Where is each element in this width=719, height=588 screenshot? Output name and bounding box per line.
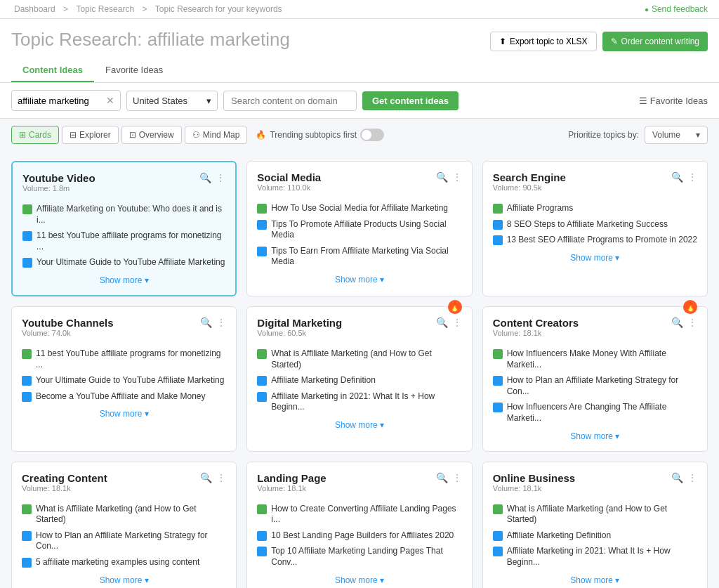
card-item: Top 10 Affiliate Marketing Landing Pages…: [257, 546, 461, 568]
search-icon[interactable]: 🔍: [199, 172, 211, 183]
keyword-input[interactable]: [18, 96, 102, 106]
more-options-icon[interactable]: ⋮: [216, 172, 225, 183]
tab-content-ideas[interactable]: Content Ideas: [11, 59, 94, 82]
show-more-button[interactable]: Show more ▾: [493, 431, 697, 441]
card-item: Affiliate Marketing on Youtube: Who does…: [22, 204, 225, 226]
more-options-icon[interactable]: ⋮: [216, 472, 226, 483]
export-button[interactable]: ⬆ Export topic to XLSX: [490, 32, 597, 51]
card-actions: 🔍 ⋮: [436, 171, 462, 183]
page-title-static: Topic Research:: [11, 29, 142, 50]
search-icon[interactable]: 🔍: [200, 472, 212, 483]
show-more-button[interactable]: Show more ▾: [493, 575, 697, 585]
clear-keyword-button[interactable]: ✕: [106, 95, 114, 106]
trending-toggle-label: 🔥 Trending subtopics first: [256, 129, 384, 141]
card-actions: 🔍 ⋮: [671, 472, 697, 483]
volume-select[interactable]: Volume ▾: [645, 126, 708, 144]
more-options-icon[interactable]: ⋮: [687, 472, 697, 483]
trending-toggle[interactable]: [360, 129, 384, 141]
show-more-button[interactable]: Show more ▾: [22, 275, 225, 285]
card-header: Online Business Volume: 18.1k 🔍 ⋮: [493, 472, 697, 501]
more-options-icon[interactable]: ⋮: [452, 472, 462, 483]
more-options-icon[interactable]: ⋮: [687, 317, 697, 328]
show-more-btn[interactable]: Show more ▾: [100, 275, 149, 285]
search-icon[interactable]: 🔍: [436, 317, 448, 328]
green-icon: [493, 504, 503, 514]
blue-icon: [257, 547, 267, 556]
view-bar: ⊞ Cards ⊟ Explorer ⊡ Overview ⚇ Mind Map…: [0, 119, 719, 151]
search-icon[interactable]: 🔍: [671, 472, 683, 483]
show-more-btn[interactable]: Show more ▾: [335, 275, 384, 285]
card-title: Youtube Video: [22, 172, 95, 184]
show-more-button[interactable]: Show more ▾: [257, 575, 461, 585]
blue-icon: [257, 376, 267, 386]
send-feedback-button[interactable]: Send feedback: [645, 4, 708, 14]
show-more-button[interactable]: Show more ▾: [22, 409, 226, 419]
show-more-btn[interactable]: Show more ▾: [335, 575, 384, 585]
show-more-btn[interactable]: Show more ▾: [570, 575, 619, 585]
order-content-button[interactable]: ✎ Order content writing: [602, 32, 708, 51]
more-options-icon[interactable]: ⋮: [216, 317, 226, 328]
more-options-icon[interactable]: ⋮: [452, 171, 462, 183]
show-more-btn[interactable]: Show more ▾: [570, 253, 619, 263]
card-item: How to Create Converting Affiliate Landi…: [257, 504, 461, 525]
card-actions: 🔍 ⋮: [436, 472, 462, 483]
card-title: Digital Marketing: [257, 317, 342, 329]
card-header: Content Creators Volume: 18.1k 🔍 ⋮: [493, 317, 697, 346]
view-overview-button[interactable]: ⊡ Overview: [121, 126, 182, 144]
blue-icon: [22, 258, 32, 268]
card-item: Your Ultimate Guide to YouTube Affiliate…: [22, 375, 226, 386]
export-icon: ⬆: [499, 37, 506, 46]
card-youtube-channels: Youtube Channels Volume: 74.0k 🔍 ⋮ 11 be…: [11, 306, 237, 452]
card-item: How Influencers Make Money With Affiliat…: [493, 348, 697, 370]
card-title: Online Business: [493, 472, 576, 484]
favorite-ideas-link[interactable]: ☰ Favorite Ideas: [639, 96, 708, 106]
card-item: Become a YouTube Affiliate and Make Mone…: [22, 391, 226, 403]
header-area: Topic Research: affiliate marketing ⬆ Ex…: [0, 19, 719, 83]
search-icon[interactable]: 🔍: [200, 317, 212, 328]
show-more-button[interactable]: Show more ▾: [22, 575, 226, 585]
show-more-btn[interactable]: Show more ▾: [335, 420, 384, 430]
green-icon: [22, 504, 32, 514]
breadcrumb-current: Topic Research for your keywords: [155, 4, 282, 14]
card-volume: Volume: 1.8m: [22, 184, 95, 192]
card-item: Affiliate Marketing Definition: [257, 375, 461, 386]
more-options-icon[interactable]: ⋮: [687, 171, 697, 183]
card-item: Affiliate Marketing in 2021: What It Is …: [257, 391, 461, 413]
show-more-button[interactable]: Show more ▾: [257, 420, 461, 430]
chevron-down-icon: ▾: [206, 96, 211, 106]
search-icon[interactable]: 🔍: [671, 317, 683, 328]
search-icon[interactable]: 🔍: [436, 472, 448, 483]
tab-favorite-ideas[interactable]: Favorite Ideas: [94, 59, 174, 82]
view-cards-button[interactable]: ⊞ Cards: [11, 126, 59, 144]
card-youtube-video: Youtube Video Volume: 1.8m 🔍 ⋮ Affiliate…: [11, 161, 237, 296]
blue-icon: [493, 547, 503, 556]
card-item: Tips To Promote Affiliate Products Using…: [257, 219, 461, 241]
keyword-input-wrapper: ✕: [11, 90, 121, 111]
domain-search-input[interactable]: [223, 91, 357, 111]
show-more-button[interactable]: Show more ▾: [257, 275, 461, 285]
show-more-btn[interactable]: Show more ▾: [100, 409, 149, 419]
card-item: Your Ultimate Guide to YouTube Affiliate…: [22, 257, 225, 268]
card-item: Affiliate Programs: [493, 203, 697, 214]
card-item: What is Affiliate Marketing (and How to …: [22, 504, 226, 525]
blue-icon: [22, 376, 32, 386]
card-item: What is Affiliate Marketing (and How to …: [257, 348, 461, 370]
country-select[interactable]: United States ▾: [126, 91, 218, 111]
get-content-ideas-button[interactable]: Get content ideas: [362, 91, 459, 110]
breadcrumb-topic-research[interactable]: Topic Research: [76, 4, 134, 14]
card-item: Affiliate Marketing Definition: [493, 530, 697, 542]
show-more-btn[interactable]: Show more ▾: [100, 575, 149, 585]
more-options-icon[interactable]: ⋮: [452, 317, 462, 328]
card-social-media: Social Media Volume: 110.0k 🔍 ⋮ How To U…: [246, 161, 472, 296]
search-icon[interactable]: 🔍: [436, 171, 448, 183]
chevron-down-icon: ▾: [696, 130, 700, 140]
view-explorer-button[interactable]: ⊟ Explorer: [62, 126, 119, 144]
view-mindmap-button[interactable]: ⚇ Mind Map: [185, 126, 248, 144]
blue-icon: [257, 220, 267, 230]
card-actions: 🔍 ⋮: [436, 317, 462, 328]
show-more-button[interactable]: Show more ▾: [493, 253, 697, 263]
search-icon[interactable]: 🔍: [671, 171, 683, 183]
breadcrumb-dashboard[interactable]: Dashboard: [14, 4, 55, 14]
green-icon: [22, 349, 32, 359]
show-more-btn[interactable]: Show more ▾: [570, 431, 619, 441]
